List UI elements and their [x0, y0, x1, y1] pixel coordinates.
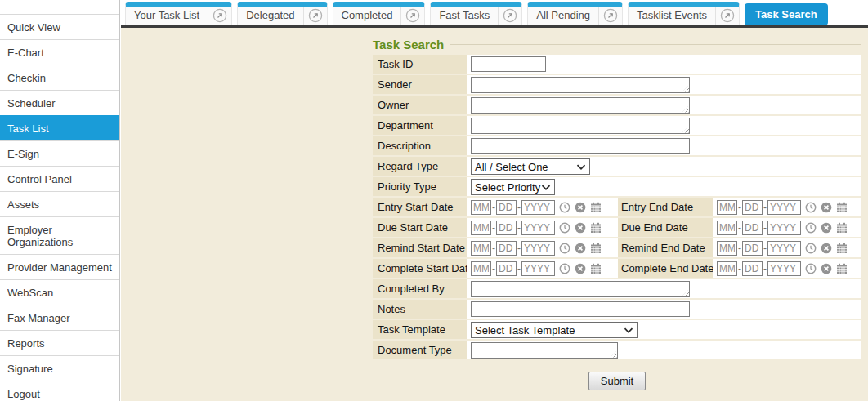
task-template-select[interactable]: Select Task Template [471, 322, 638, 338]
tab-completed[interactable]: Completed [333, 2, 426, 25]
calendar-icon[interactable] [590, 202, 602, 213]
sidebar-item-e-chart[interactable]: E-Chart [0, 39, 119, 65]
popout-icon[interactable] [208, 7, 231, 25]
calendar-icon[interactable] [836, 202, 848, 213]
tab-your-task-list[interactable]: Your Task List [125, 2, 232, 25]
field-cell [467, 55, 861, 74]
sidebar-item-logout[interactable]: Logout [0, 381, 119, 401]
clock-icon[interactable] [559, 202, 570, 213]
owner-textarea[interactable] [471, 97, 690, 114]
form-rows: Task ID Sender Owner [373, 55, 861, 359]
sidebar-item-control-panel[interactable]: Control Panel [0, 166, 119, 191]
remind-end-date-dd-input[interactable] [742, 241, 763, 256]
sidebar-item-assets[interactable]: Assets [0, 191, 119, 216]
tab-fast-tasks[interactable]: Fast Tasks [430, 2, 522, 25]
clock-icon[interactable] [805, 202, 817, 213]
entry-start-date-mm-input[interactable] [471, 200, 491, 215]
calendar-icon[interactable] [590, 263, 602, 274]
popout-icon[interactable] [715, 7, 739, 25]
sidebar-item-checkin[interactable]: Checkin [0, 65, 119, 90]
clock-icon[interactable] [805, 263, 817, 274]
entry-end-date-yyyy-input[interactable] [767, 200, 801, 215]
calendar-icon[interactable] [590, 222, 602, 234]
date-separator: - [492, 222, 495, 234]
sidebar-item-quick-view[interactable]: Quick View [0, 14, 119, 39]
field-label: Entry End Date [618, 198, 713, 216]
due-end-date-mm-input[interactable] [717, 221, 737, 235]
row-owner: Owner [373, 96, 861, 114]
clear-icon[interactable] [821, 263, 832, 274]
date-separator: - [763, 263, 767, 274]
clear-icon[interactable] [575, 263, 586, 274]
tab-tasklist-events[interactable]: Tasklist Events [628, 2, 740, 25]
complete-start-date-dd-input[interactable] [496, 261, 517, 276]
calendar-icon[interactable] [836, 222, 848, 234]
sidebar-item-provider-management[interactable]: Provider Management [0, 254, 119, 279]
remind-start-date-dd-input[interactable] [496, 241, 517, 256]
sidebar-item-employer-organizations[interactable]: Employer Organizations [0, 216, 119, 254]
due-start-date-yyyy-input[interactable] [521, 221, 555, 235]
date-separator: - [517, 263, 521, 274]
calendar-icon[interactable] [590, 243, 602, 254]
due-end-date-dd-input[interactable] [742, 221, 763, 235]
document-type-textarea[interactable] [471, 342, 618, 359]
sidebar-item-scheduler[interactable]: Scheduler [0, 90, 119, 115]
remind-end-date-yyyy-input[interactable] [767, 241, 801, 256]
entry-end-date-dd-input[interactable] [742, 200, 763, 215]
completed-by-textarea[interactable] [471, 281, 690, 297]
clock-icon[interactable] [805, 222, 817, 234]
task-id-input[interactable] [471, 56, 546, 72]
popout-icon[interactable] [598, 7, 622, 25]
field-label: Entry Start Date [373, 198, 467, 216]
sidebar-item-webscan[interactable]: WebScan [0, 279, 119, 305]
tab-label: Tasklist Events [629, 7, 715, 25]
entry-end-date-mm-input[interactable] [717, 200, 737, 215]
clear-icon[interactable] [821, 243, 832, 254]
clear-icon[interactable] [821, 202, 832, 213]
calendar-icon[interactable] [836, 243, 848, 254]
sender-textarea[interactable] [471, 77, 690, 93]
remind-start-date-yyyy-input[interactable] [521, 241, 555, 256]
popout-icon[interactable] [498, 7, 521, 25]
complete-end-date-yyyy-input[interactable] [767, 261, 801, 276]
submit-button[interactable]: Submit [588, 372, 646, 390]
due-start-date-mm-input[interactable] [471, 221, 491, 235]
description-input[interactable] [471, 138, 690, 154]
clock-icon[interactable] [559, 263, 570, 274]
calendar-icon[interactable] [836, 263, 848, 274]
tab-all-pending[interactable]: All Pending [527, 2, 623, 25]
tab-task-search[interactable]: Task Search [745, 3, 828, 25]
clock-icon[interactable] [559, 243, 570, 254]
regard-type-select[interactable]: All / Select One [471, 158, 590, 175]
sidebar-item-task-list[interactable]: Task List [0, 115, 119, 140]
due-start-date-dd-input[interactable] [496, 221, 517, 235]
entry-start-date-yyyy-input[interactable] [521, 200, 555, 215]
notes-input[interactable] [471, 301, 690, 317]
popout-icon[interactable] [400, 7, 424, 25]
remind-start-date-mm-input[interactable] [471, 241, 491, 256]
field-label: Notes [373, 300, 467, 319]
complete-start-date-yyyy-input[interactable] [521, 261, 555, 276]
department-textarea[interactable] [471, 118, 690, 134]
tab-delegated[interactable]: Delegated [237, 2, 327, 25]
due-end-date-group: - - [717, 221, 848, 235]
clear-icon[interactable] [821, 222, 832, 234]
sidebar-item-fax-manager[interactable]: Fax Manager [0, 305, 119, 330]
popout-icon[interactable] [303, 7, 327, 25]
complete-end-date-dd-input[interactable] [742, 261, 763, 276]
date-separator: - [492, 263, 495, 274]
entry-start-date-dd-input[interactable] [496, 200, 517, 215]
clock-icon[interactable] [805, 243, 817, 254]
sidebar-item-e-sign[interactable]: E-Sign [0, 140, 119, 166]
clear-icon[interactable] [575, 243, 586, 254]
remind-end-date-mm-input[interactable] [717, 241, 737, 256]
complete-start-date-mm-input[interactable] [471, 261, 491, 276]
clock-icon[interactable] [559, 222, 570, 234]
sidebar-item-signature[interactable]: Signature [0, 355, 119, 381]
complete-end-date-mm-input[interactable] [717, 261, 737, 276]
clear-icon[interactable] [575, 202, 586, 213]
sidebar-item-reports[interactable]: Reports [0, 330, 119, 355]
priority-type-select[interactable]: Select Priority [471, 179, 555, 195]
clear-icon[interactable] [575, 222, 586, 234]
due-end-date-yyyy-input[interactable] [767, 221, 801, 235]
